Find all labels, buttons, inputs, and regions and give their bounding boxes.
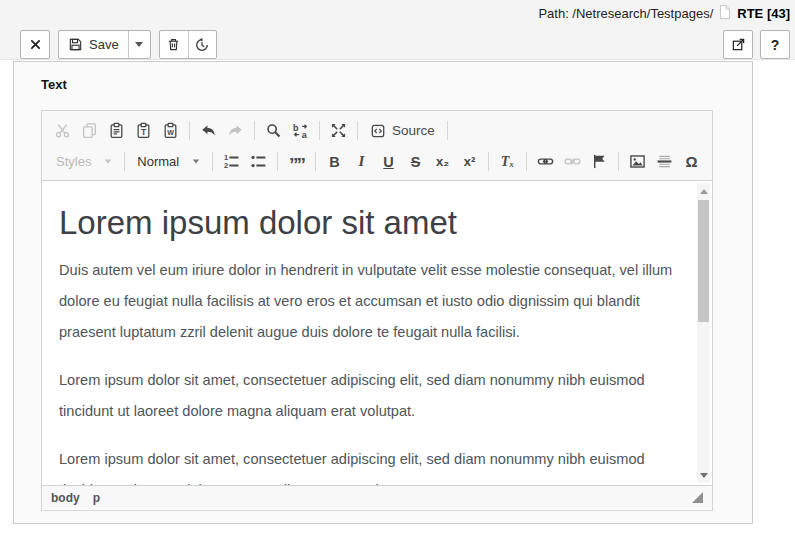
toolbar-separator — [124, 152, 125, 171]
styles-combo: Styles — [49, 149, 119, 175]
source-icon — [370, 123, 386, 139]
resize-handle-icon[interactable] — [692, 492, 703, 503]
record-title: RTE [43] — [737, 6, 790, 21]
content-heading[interactable]: Lorem ipsum dolor sit amet — [59, 204, 684, 242]
link-icon — [537, 153, 554, 170]
svg-text:T: T — [141, 127, 147, 137]
help-label: ? — [771, 37, 780, 53]
format-label: Normal — [137, 154, 179, 169]
help-button[interactable]: ? — [761, 31, 789, 58]
editor-content-area[interactable]: Lorem ipsum dolor sit amet Duis autem ve… — [42, 181, 712, 485]
history-button[interactable] — [188, 31, 216, 58]
strikethrough-icon: S — [411, 154, 421, 170]
content-paragraph[interactable]: Duis autem vel eum iriure dolor in hendr… — [59, 255, 684, 348]
record-edit-panel: Text T W — [13, 61, 753, 524]
editor-document: Lorem ipsum dolor sit amet Duis autem ve… — [42, 181, 712, 485]
toolbar-row-2: Styles Normal 12 ”” — [49, 146, 705, 177]
toolbar-separator — [618, 152, 619, 171]
scroll-up-arrow[interactable] — [697, 185, 710, 197]
bold-button[interactable]: B — [321, 149, 348, 175]
format-combo[interactable]: Normal — [130, 149, 207, 175]
toolbar-separator — [319, 121, 320, 140]
save-dropdown-button[interactable] — [128, 31, 150, 58]
underline-icon: U — [383, 154, 393, 170]
trash-icon — [166, 37, 181, 52]
maximize-button[interactable] — [325, 118, 352, 144]
cut-button — [49, 118, 76, 144]
chevron-down-icon — [193, 160, 199, 164]
italic-button[interactable]: I — [348, 149, 375, 175]
remove-format-icon: Tₓ — [501, 154, 514, 170]
paste-icon — [108, 122, 125, 139]
elements-path-p[interactable]: p — [93, 491, 100, 505]
close-icon — [29, 38, 42, 51]
anchor-button[interactable] — [586, 149, 613, 175]
find-button[interactable] — [260, 118, 287, 144]
toolbar-separator — [212, 152, 213, 171]
flag-icon — [591, 153, 608, 170]
editor-scrollbar[interactable] — [697, 183, 710, 483]
scroll-down-arrow[interactable] — [697, 469, 710, 481]
paste-button[interactable] — [103, 118, 130, 144]
delete-button[interactable] — [160, 31, 188, 58]
toolbar-separator — [488, 152, 489, 171]
svg-text:b: b — [293, 123, 299, 133]
special-character-button[interactable]: Ω — [678, 149, 705, 175]
remove-format-button[interactable]: Tₓ — [494, 149, 521, 175]
close-button[interactable] — [21, 31, 49, 58]
maximize-icon — [330, 122, 347, 139]
redo-icon — [227, 122, 244, 139]
underline-button[interactable]: U — [375, 149, 402, 175]
subscript-icon: x₂ — [436, 154, 449, 169]
open-new-window-button[interactable] — [724, 31, 752, 58]
link-button[interactable] — [532, 149, 559, 175]
chevron-down-icon — [135, 42, 143, 47]
paste-text-icon: T — [135, 122, 152, 139]
redo-button — [222, 118, 249, 144]
toolbar-separator — [357, 121, 358, 140]
triangle-down-icon — [700, 473, 708, 478]
elements-path-body[interactable]: body — [51, 491, 80, 505]
subscript-button[interactable]: x₂ — [429, 149, 456, 175]
ordered-list-icon: 12 — [223, 153, 240, 170]
undo-icon — [200, 122, 217, 139]
paste-as-text-button[interactable]: T — [130, 118, 157, 144]
copy-button — [76, 118, 103, 144]
scissors-icon — [54, 122, 71, 139]
unordered-list-icon — [250, 153, 267, 170]
triangle-up-icon — [700, 189, 708, 194]
toolbar-separator — [447, 121, 448, 140]
docheader-buttons: Save ? — [20, 30, 790, 59]
numbered-list-button[interactable]: 12 — [218, 149, 245, 175]
superscript-button[interactable]: x² — [456, 149, 483, 175]
elements-path-bar: body p — [42, 485, 712, 509]
superscript-icon: x² — [464, 154, 476, 169]
toolbar-separator — [315, 152, 316, 171]
paste-from-word-button[interactable]: W — [157, 118, 184, 144]
replace-button[interactable]: ba — [287, 118, 314, 144]
rich-text-editor: T W ba — [41, 110, 713, 511]
unlink-icon — [564, 153, 581, 170]
bullet-list-button[interactable] — [245, 149, 272, 175]
content-paragraph[interactable]: Lorem ipsum dolor sit amet, consectetuer… — [59, 365, 684, 427]
styles-label: Styles — [56, 154, 91, 169]
source-button[interactable]: Source — [363, 118, 442, 144]
toolbar-row-1: T W ba — [49, 115, 705, 146]
svg-text:a: a — [302, 130, 308, 139]
content-paragraph[interactable]: Lorem ipsum dolor sit amet, consectetuer… — [59, 444, 684, 485]
paste-word-icon: W — [162, 122, 179, 139]
insert-image-button[interactable] — [624, 149, 651, 175]
field-label-text: Text — [41, 77, 67, 92]
page-file-icon — [719, 5, 731, 22]
strikethrough-button[interactable]: S — [402, 149, 429, 175]
save-button[interactable]: Save — [59, 31, 128, 58]
unlink-button — [559, 149, 586, 175]
docheader: Path: /Netresearch/Testpages/ RTE [43] S… — [0, 0, 795, 60]
undo-button[interactable] — [195, 118, 222, 144]
horizontal-line-button[interactable] — [651, 149, 678, 175]
blockquote-icon: ”” — [289, 153, 304, 170]
toolbar-separator — [254, 121, 255, 140]
scrollbar-thumb[interactable] — [698, 200, 709, 322]
replace-icon: ba — [292, 122, 309, 139]
blockquote-button[interactable]: ”” — [283, 149, 310, 175]
